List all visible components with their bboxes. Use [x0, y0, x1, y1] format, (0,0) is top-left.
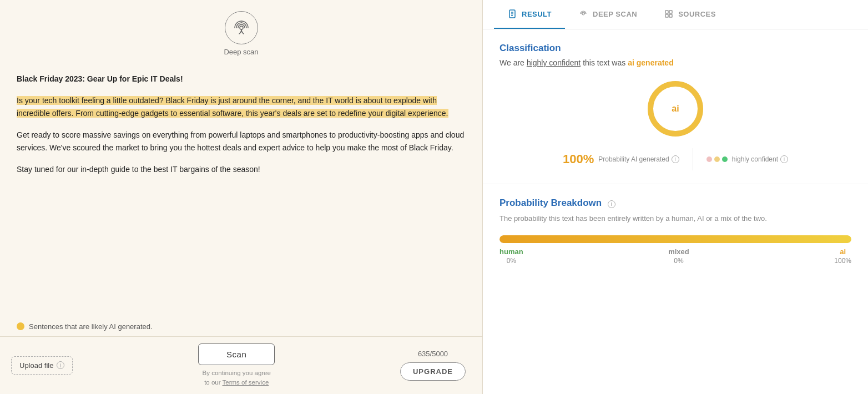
classification-title: Classification [499, 43, 851, 54]
svg-rect-7 [669, 11, 672, 13]
prob-mixed-name: mixed [668, 247, 689, 256]
text-content-area: Black Friday 2023: Gear Up for Epic IT D… [0, 62, 482, 317]
dot-red [706, 156, 712, 162]
confidence-label-wrap: highly confident i [732, 155, 788, 163]
document-icon [507, 9, 517, 19]
probability-description: The probability this text has been entir… [499, 213, 851, 224]
upgrade-button[interactable]: UPGRADE [400, 362, 466, 381]
svg-point-0 [240, 26, 243, 29]
svg-point-5 [582, 13, 584, 15]
prob-mixed-pct: 0% [674, 257, 683, 265]
scan-tos: By continuing you agree to our Terms of … [203, 368, 271, 388]
probability-bar-track [499, 235, 851, 243]
grid-icon [664, 9, 674, 19]
probability-bar-area: human 0% mixed 0% ai 100% [499, 235, 851, 265]
sentence-notice-text: Sentences that are likely AI generated. [29, 322, 153, 331]
yellow-dot-icon [17, 322, 24, 330]
classification-section: Classification We are highly confident t… [483, 29, 868, 184]
paragraph-3: Get ready to score massive savings on ev… [17, 129, 466, 154]
tab-deep-scan[interactable]: DEEP SCAN [565, 0, 650, 29]
probability-bar-fill [499, 235, 851, 243]
confidence-stat: highly confident i [693, 155, 801, 163]
svg-rect-8 [665, 14, 668, 17]
scan-button[interactable]: Scan [198, 344, 275, 365]
classification-text: We are highly confident this text was ai… [499, 58, 851, 67]
probability-value: 100% [563, 152, 594, 166]
deep-scan-label: Deep scan [224, 48, 258, 56]
probability-title: Probability Breakdown i [499, 198, 851, 209]
terms-of-service-link[interactable]: Terms of service [223, 379, 269, 386]
word-count-area: 635/5000 UPGRADE [400, 350, 466, 381]
tab-result-label: RESULT [522, 10, 552, 18]
confidence-dots [706, 156, 728, 162]
confidence-label: highly confident [732, 155, 778, 163]
svg-rect-6 [665, 11, 668, 13]
probability-breakdown-info-icon[interactable]: i [608, 200, 615, 208]
tab-result[interactable]: RESULT [494, 0, 565, 29]
upload-file-label: Upload file [19, 361, 53, 370]
dot-green [722, 156, 728, 162]
scan-area: Scan By continuing you agree to our Term… [198, 344, 275, 388]
sentence-notice-area: Sentences that are likely AI generated. [0, 317, 482, 336]
prob-mixed: mixed 0% [668, 247, 689, 265]
probability-label: Probability AI generated i [598, 155, 679, 163]
probability-stat: 100% Probability AI generated i [549, 152, 693, 166]
upload-file-button[interactable]: Upload file i [11, 356, 73, 375]
stats-row: 100% Probability AI generated i highly c… [499, 148, 851, 170]
tab-deep-scan-label: DEEP SCAN [593, 10, 637, 18]
paragraph-1: Black Friday 2023: Gear Up for Epic IT D… [17, 73, 466, 85]
tab-sources[interactable]: SOURCES [650, 0, 729, 29]
prob-human: human 0% [499, 247, 523, 265]
probability-section: Probability Breakdown i The probability … [483, 184, 868, 287]
fingerprint-icon [225, 11, 258, 44]
circle-chart: ai [645, 78, 706, 139]
right-panel: RESULT DEEP SCAN SOURCES [483, 0, 868, 394]
paragraph-2: Is your tech toolkit feeling a little ou… [17, 94, 466, 120]
dot-orange [714, 156, 720, 162]
highly-confident-link[interactable]: highly confident [527, 58, 581, 67]
upload-info-icon: i [57, 361, 64, 369]
probability-info-icon[interactable]: i [672, 155, 679, 163]
ai-generated-badge: ai generated [628, 58, 673, 67]
tab-sources-label: SOURCES [678, 10, 716, 18]
bottom-bar: Upload file i Scan By continuing you agr… [0, 336, 482, 395]
left-panel: Deep scan Black Friday 2023: Gear Up for… [0, 0, 483, 394]
prob-ai-pct: 100% [834, 257, 851, 265]
confidence-info-icon[interactable]: i [780, 155, 788, 163]
svg-rect-9 [669, 14, 672, 17]
prob-human-pct: 0% [507, 257, 516, 265]
prob-human-name: human [499, 247, 523, 256]
fingerprint-tab-icon [578, 9, 588, 19]
prob-ai-name: ai [840, 247, 846, 256]
circle-label: ai [672, 104, 679, 114]
deep-scan-area: Deep scan [0, 0, 482, 62]
tabs-bar: RESULT DEEP SCAN SOURCES [483, 0, 868, 29]
prob-ai: ai 100% [834, 247, 851, 265]
circle-chart-area: ai [499, 78, 851, 139]
paragraph-2-text: Is your tech toolkit feeling a little ou… [17, 96, 448, 118]
word-count-text: 635/5000 [418, 350, 448, 358]
probability-labels-row: human 0% mixed 0% ai 100% [499, 247, 851, 265]
paragraph-4: Stay tuned for our in-depth guide to the… [17, 163, 466, 176]
